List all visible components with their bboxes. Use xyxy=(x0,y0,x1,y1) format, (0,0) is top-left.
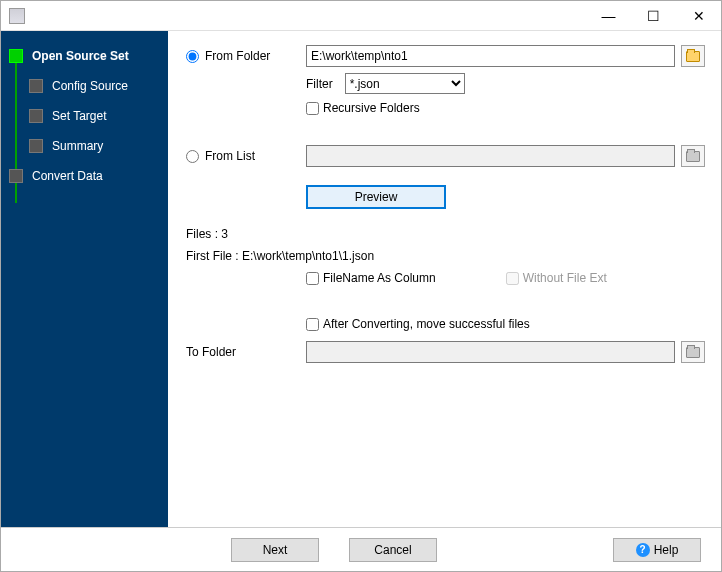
step-label: Convert Data xyxy=(32,169,103,183)
step-box-icon xyxy=(29,139,43,153)
step-config-source[interactable]: Config Source xyxy=(1,71,168,101)
sidebar: Open Source Set Config Source Set Target… xyxy=(1,31,168,527)
help-text: Help xyxy=(654,543,679,557)
after-convert-row: After Converting, move successful files xyxy=(306,317,705,331)
maximize-button[interactable]: ☐ xyxy=(631,1,676,30)
first-file-text: First File : E:\work\temp\nto1\1.json xyxy=(186,249,705,263)
without-ext-checkbox-label: Without File Ext xyxy=(506,271,607,285)
app-icon xyxy=(9,8,25,24)
close-button[interactable]: ✕ xyxy=(676,1,721,30)
without-ext-checkbox xyxy=(506,272,519,285)
step-label: Summary xyxy=(52,139,103,153)
recursive-checkbox[interactable] xyxy=(306,102,319,115)
filename-options-row: FileName As Column Without File Ext xyxy=(306,271,705,285)
step-convert-data[interactable]: Convert Data xyxy=(1,161,168,191)
recursive-checkbox-label[interactable]: Recursive Folders xyxy=(306,101,420,115)
from-folder-input[interactable] xyxy=(306,45,675,67)
help-button[interactable]: ? Help xyxy=(613,538,701,562)
browse-to-folder-button[interactable] xyxy=(681,341,705,363)
to-folder-row: To Folder xyxy=(186,341,705,363)
titlebar: — ☐ ✕ xyxy=(1,1,721,31)
browse-folder-button[interactable] xyxy=(681,45,705,67)
folder-icon xyxy=(686,51,700,62)
filename-column-text: FileName As Column xyxy=(323,271,436,285)
to-folder-input xyxy=(306,341,675,363)
from-list-radio[interactable] xyxy=(186,150,199,163)
files-count-text: Files : 3 xyxy=(186,227,705,241)
preview-button[interactable]: Preview xyxy=(306,185,446,209)
filter-select[interactable]: *.json xyxy=(345,73,465,94)
from-folder-radio-label[interactable]: From Folder xyxy=(186,49,270,63)
after-convert-checkbox-label[interactable]: After Converting, move successful files xyxy=(306,317,530,331)
minimize-button[interactable]: — xyxy=(586,1,631,30)
from-folder-text: From Folder xyxy=(205,49,270,63)
folder-icon xyxy=(686,347,700,358)
filename-column-checkbox[interactable] xyxy=(306,272,319,285)
step-label: Open Source Set xyxy=(32,49,129,63)
from-list-input xyxy=(306,145,675,167)
step-summary[interactable]: Summary xyxy=(1,131,168,161)
from-folder-radio[interactable] xyxy=(186,50,199,63)
recursive-row: Recursive Folders xyxy=(306,101,705,115)
filename-column-checkbox-label[interactable]: FileName As Column xyxy=(306,271,436,285)
browse-list-button[interactable] xyxy=(681,145,705,167)
window-controls: — ☐ ✕ xyxy=(586,1,721,30)
filter-label: Filter xyxy=(306,77,333,91)
step-label: Config Source xyxy=(52,79,128,93)
after-convert-text: After Converting, move successful files xyxy=(323,317,530,331)
main-panel: From Folder Filter *.json xyxy=(168,31,721,527)
step-open-source-set[interactable]: Open Source Set xyxy=(1,41,168,71)
file-icon xyxy=(686,151,700,162)
without-ext-text: Without File Ext xyxy=(523,271,607,285)
recursive-text: Recursive Folders xyxy=(323,101,420,115)
step-box-icon xyxy=(9,49,23,63)
from-folder-row: From Folder xyxy=(186,45,705,67)
step-box-icon xyxy=(29,109,43,123)
next-button[interactable]: Next xyxy=(231,538,319,562)
from-list-row: From List xyxy=(186,145,705,167)
to-folder-label: To Folder xyxy=(186,345,236,359)
after-convert-checkbox[interactable] xyxy=(306,318,319,331)
from-list-text: From List xyxy=(205,149,255,163)
body: Open Source Set Config Source Set Target… xyxy=(1,31,721,527)
filter-row: Filter *.json xyxy=(306,73,705,94)
step-label: Set Target xyxy=(52,109,106,123)
step-box-icon xyxy=(9,169,23,183)
step-box-icon xyxy=(29,79,43,93)
footer: Next Cancel ? Help xyxy=(1,527,721,571)
cancel-button[interactable]: Cancel xyxy=(349,538,437,562)
from-list-radio-label[interactable]: From List xyxy=(186,149,255,163)
app-window: — ☐ ✕ Open Source Set Config Source Set … xyxy=(0,0,722,572)
help-icon: ? xyxy=(636,543,650,557)
step-set-target[interactable]: Set Target xyxy=(1,101,168,131)
